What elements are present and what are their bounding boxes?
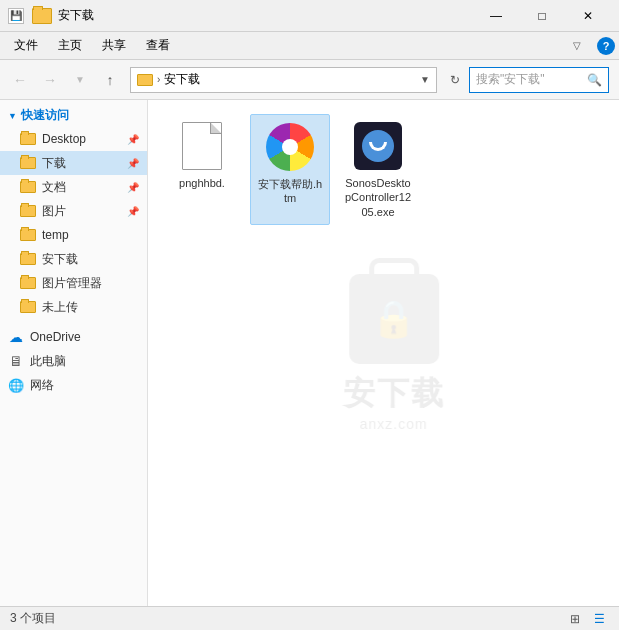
pictures-folder-icon	[20, 205, 36, 217]
menu-file[interactable]: 文件	[4, 33, 48, 58]
sonos-icon-container	[352, 120, 404, 172]
forward-button[interactable]: →	[36, 66, 64, 94]
window-title: 安下载	[58, 7, 473, 24]
quick-save-icon[interactable]: 💾	[8, 8, 24, 24]
quick-access-label: 快速访问	[21, 107, 69, 124]
watermark-bag-icon: 🔒	[349, 274, 439, 364]
window-controls: — □ ✕	[473, 0, 611, 32]
menu-view[interactable]: 查看	[136, 33, 180, 58]
pnghhbd-label: pnghhbd.	[179, 176, 225, 190]
generic-file-icon	[182, 122, 222, 170]
sonos-label: SonosDesktopController1205.exe	[344, 176, 412, 219]
documents-folder-icon	[20, 181, 36, 193]
watermark-url: anxz.com	[360, 416, 428, 432]
titlebar-folder-icon	[32, 8, 52, 24]
refresh-button[interactable]: ↻	[443, 67, 467, 93]
sidebar-item-thispc[interactable]: 🖥 此电脑	[0, 349, 147, 373]
watermark-text: 安下载	[343, 372, 445, 416]
view-controls: ⊞ ☰	[565, 610, 609, 628]
list-view-button[interactable]: ☰	[589, 610, 609, 628]
temp-folder-icon	[20, 229, 36, 241]
maximize-button[interactable]: □	[519, 0, 565, 32]
network-icon: 🌐	[8, 377, 24, 393]
pictures-label: 图片	[42, 203, 66, 220]
documents-label: 文档	[42, 179, 66, 196]
files-grid: pnghhbd. 安下载帮助.htm SonosDeskto	[158, 110, 609, 229]
sidebar-item-documents[interactable]: 文档 📌	[0, 175, 147, 199]
not-uploaded-label: 未上传	[42, 299, 78, 316]
sonos-face	[362, 130, 394, 162]
sidebar-item-downloads[interactable]: 下载 📌	[0, 151, 147, 175]
temp-label: temp	[42, 228, 69, 242]
file-item-anzaihelp[interactable]: 安下载帮助.htm	[250, 114, 330, 225]
search-icon[interactable]: 🔍	[587, 73, 602, 87]
sidebar-item-anzai[interactable]: 安下载	[0, 247, 147, 271]
file-item-pnghhbd[interactable]: pnghhbd.	[162, 114, 242, 225]
anzaihelp-label: 安下载帮助.htm	[257, 177, 323, 206]
sidebar-item-not-uploaded[interactable]: 未上传	[0, 295, 147, 319]
sidebar-item-desktop[interactable]: Desktop 📌	[0, 127, 147, 151]
toolbar: ← → ▼ ↑ › 安下载 ▼ ↻ 搜索"安下载" 🔍	[0, 60, 619, 100]
desktop-folder-icon	[20, 133, 36, 145]
onedrive-label: OneDrive	[30, 330, 81, 344]
anzai-folder-icon	[20, 253, 36, 265]
downloads-label: 下载	[42, 155, 66, 172]
sidebar-item-pictures[interactable]: 图片 📌	[0, 199, 147, 223]
downloads-pin: 📌	[127, 158, 139, 169]
search-placeholder: 搜索"安下载"	[476, 71, 583, 88]
file-item-sonos[interactable]: SonosDesktopController1205.exe	[338, 114, 418, 225]
onedrive-icon: ☁	[8, 329, 24, 345]
thispc-icon: 🖥	[8, 353, 24, 369]
photos-icon	[266, 123, 314, 171]
sidebar-item-image-mgr[interactable]: 图片管理器	[0, 271, 147, 295]
network-label: 网络	[30, 377, 54, 394]
watermark-lock-icon: 🔒	[371, 298, 416, 340]
grid-view-button[interactable]: ⊞	[565, 610, 585, 628]
up-button[interactable]: ↑	[96, 66, 124, 94]
address-bar: › 安下载 ▼	[130, 67, 437, 93]
sidebar-quick-access-header[interactable]: ▼ 快速访问	[0, 104, 147, 127]
recent-locations-button[interactable]: ▼	[66, 66, 94, 94]
search-bar[interactable]: 搜索"安下载" 🔍	[469, 67, 609, 93]
sidebar-item-network[interactable]: 🌐 网络	[0, 373, 147, 397]
menu-home[interactable]: 主页	[48, 33, 92, 58]
titlebar: 💾 安下载 — □ ✕	[0, 0, 619, 32]
watermark: 🔒 安下载 anxz.com	[343, 274, 445, 432]
statusbar: 3 个项目 ⊞ ☰	[0, 606, 619, 630]
help-button[interactable]: ?	[597, 37, 615, 55]
pictures-pin: 📌	[127, 206, 139, 217]
quick-access-chevron: ▼	[8, 111, 17, 121]
downloads-folder-icon	[20, 157, 36, 169]
image-mgr-label: 图片管理器	[42, 275, 102, 292]
sonos-app-icon	[354, 122, 402, 170]
main-area: ▼ 快速访问 Desktop 📌 下载 📌 文档 📌 图片 📌	[0, 100, 619, 606]
close-button[interactable]: ✕	[565, 0, 611, 32]
minimize-button[interactable]: —	[473, 0, 519, 32]
address-separator: ›	[157, 74, 160, 85]
sidebar-item-onedrive[interactable]: ☁ OneDrive	[0, 325, 147, 349]
titlebar-quick-access: 💾	[8, 8, 24, 24]
not-uploaded-folder-icon	[20, 301, 36, 313]
address-dropdown-arrow[interactable]: ▼	[420, 74, 430, 85]
desktop-label: Desktop	[42, 132, 86, 146]
sonos-smile	[369, 142, 387, 151]
collapse-ribbon-button[interactable]: ▽	[563, 32, 591, 60]
address-path: 安下载	[164, 71, 416, 88]
anzaihelp-icon-container	[264, 121, 316, 173]
sidebar: ▼ 快速访问 Desktop 📌 下载 📌 文档 📌 图片 📌	[0, 100, 148, 606]
menu-share[interactable]: 共享	[92, 33, 136, 58]
address-folder-icon	[137, 74, 153, 86]
menubar: 文件 主页 共享 查看 ▽ ?	[0, 32, 619, 60]
image-mgr-folder-icon	[20, 277, 36, 289]
desktop-pin: 📌	[127, 134, 139, 145]
sidebar-item-temp[interactable]: temp	[0, 223, 147, 247]
back-button[interactable]: ←	[6, 66, 34, 94]
content-area: 🔒 安下载 anxz.com pnghhbd. 安下载帮助.htm	[148, 100, 619, 606]
pnghhbd-icon-container	[176, 120, 228, 172]
item-count: 3 个项目	[10, 610, 56, 627]
thispc-label: 此电脑	[30, 353, 66, 370]
documents-pin: 📌	[127, 182, 139, 193]
anzai-label: 安下载	[42, 251, 78, 268]
